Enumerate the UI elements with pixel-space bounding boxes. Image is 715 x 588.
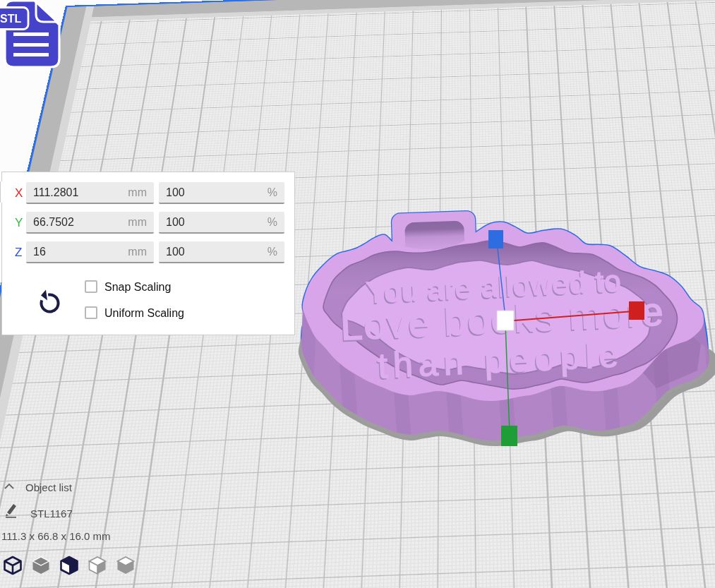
svg-text:STL: STL xyxy=(0,13,21,25)
